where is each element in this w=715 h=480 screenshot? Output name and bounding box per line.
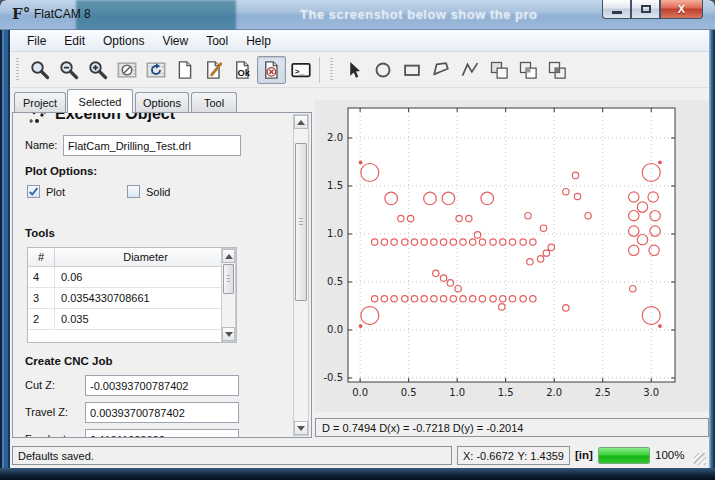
draw-polyline-button[interactable] — [455, 56, 484, 84]
shell-icon: >_ — [291, 60, 311, 80]
zoom-fit-button[interactable] — [25, 56, 54, 84]
svg-text:-0.5: -0.5 — [323, 372, 343, 383]
menu-tool[interactable]: Tool — [197, 32, 237, 50]
table-row[interactable]: 3 0.0354330708661 — [28, 288, 236, 309]
svg-text:0.0: 0.0 — [352, 387, 368, 398]
measurement-readout: D = 0.7494 D(x) = -0.7218 D(y) = -0.2014 — [315, 418, 709, 437]
minimize-icon — [612, 11, 622, 14]
feedrate-label: Feed rate: — [25, 433, 75, 438]
pointer-tool-button[interactable] — [339, 56, 368, 84]
panel-scrollbar-thumb[interactable] — [295, 143, 307, 301]
cutz-label: Cut Z: — [25, 379, 55, 391]
units-label: [in] — [575, 449, 593, 461]
scroll-down-icon[interactable] — [222, 327, 235, 341]
plot-figure[interactable]: 0.00.51.01.52.02.53.0-0.50.00.51.01.52.0 — [315, 100, 709, 412]
aero-glass-artifact — [76, 0, 236, 30]
title-bar[interactable]: The screenshot below show the pro F° Fla… — [0, 0, 715, 30]
circle-tool-icon — [373, 60, 393, 80]
menu-file[interactable]: File — [18, 32, 55, 50]
table-row[interactable]: 4 0.06 — [28, 267, 236, 288]
cnc-section-title: Create CNC Job — [25, 355, 113, 367]
zoom-fit-icon — [30, 60, 50, 80]
name-input[interactable] — [63, 135, 241, 156]
shell-button[interactable]: >_ — [286, 56, 315, 84]
table-header-row: # Diameter — [28, 248, 236, 267]
toolbar-separator — [319, 57, 320, 83]
scroll-down-icon[interactable] — [294, 421, 308, 435]
new-project-button[interactable] — [170, 56, 199, 84]
replot-icon — [146, 60, 166, 80]
plot-options-label: Plot Options: — [25, 165, 97, 177]
checkbox-solid[interactable] — [127, 185, 140, 198]
tab-options[interactable]: Options — [135, 92, 189, 112]
clear-plot-icon — [117, 60, 137, 80]
travelz-input[interactable] — [85, 402, 239, 423]
delete-object-icon — [262, 60, 282, 80]
menu-edit[interactable]: Edit — [55, 32, 94, 50]
edit-object-button[interactable] — [199, 56, 228, 84]
close-button[interactable]: X — [660, 0, 703, 19]
tab-selected[interactable]: Selected — [67, 89, 133, 113]
replot-button[interactable] — [141, 56, 170, 84]
maximize-icon — [641, 5, 651, 13]
svg-text:0.5: 0.5 — [327, 276, 343, 287]
table-scrollbar-thumb[interactable] — [223, 264, 234, 294]
polygon-tool-icon — [431, 60, 451, 80]
svg-text:Ok: Ok — [237, 67, 250, 77]
toolbar: Ok >_ — [10, 52, 709, 88]
tab-project[interactable]: Project — [14, 92, 66, 112]
toolbar-drag-handle[interactable] — [16, 58, 21, 82]
zoom-in-button[interactable] — [83, 56, 112, 84]
window-border-bottom — [0, 468, 715, 480]
tools-table: # Diameter 4 0.06 3 0.0354330708661 2 0.… — [27, 247, 237, 343]
selected-tab-panel: Excellon Object Name: Plot Options: Plot… — [12, 112, 312, 438]
draw-circle-button[interactable] — [368, 56, 397, 84]
toolbar-drag-handle-2[interactable] — [330, 58, 335, 82]
tab-tool[interactable]: Tool — [191, 92, 237, 112]
table-row[interactable]: 2 0.035 — [28, 309, 236, 330]
subtract-tool-button[interactable] — [513, 56, 542, 84]
svg-text:>_: >_ — [294, 66, 304, 75]
panel-title: Excellon Object — [55, 113, 175, 123]
status-message-box: Defaults saved. — [12, 446, 452, 465]
svg-text:1.5: 1.5 — [327, 180, 343, 191]
table-scrollbar[interactable] — [221, 248, 236, 342]
delete-object-button[interactable] — [257, 56, 286, 84]
intersect-icon — [547, 60, 567, 80]
panel-scrollbar[interactable] — [293, 114, 309, 436]
maximize-button[interactable] — [631, 0, 660, 19]
menu-view[interactable]: View — [153, 32, 197, 50]
resize-grip[interactable] — [694, 453, 706, 465]
col-header-diameter[interactable]: Diameter — [55, 248, 236, 266]
feedrate-input[interactable] — [85, 429, 239, 438]
subtract-icon — [518, 60, 538, 80]
ok-document-button[interactable]: Ok — [228, 56, 257, 84]
draw-rectangle-button[interactable] — [397, 56, 426, 84]
cursor-x: X: -0.6672 — [463, 450, 514, 462]
col-header-number[interactable]: # — [28, 248, 55, 266]
plot-canvas[interactable]: 0.00.51.01.52.02.53.0-0.50.00.51.01.52.0 — [315, 100, 709, 412]
progress-bar — [598, 447, 650, 464]
check-icon — [28, 186, 39, 197]
menu-bar: File Edit Options View Tool Help — [10, 30, 709, 52]
edit-file-icon — [204, 60, 224, 80]
svg-text:3.0: 3.0 — [643, 387, 659, 398]
intersect-tool-button[interactable] — [542, 56, 571, 84]
draw-polygon-button[interactable] — [426, 56, 455, 84]
progress-percent: 100% — [655, 449, 684, 461]
svg-text:1.0: 1.0 — [449, 387, 465, 398]
checkbox-plot[interactable] — [27, 185, 40, 198]
travelz-label: Travel Z: — [25, 406, 68, 418]
clear-plot-button[interactable] — [112, 56, 141, 84]
menu-options[interactable]: Options — [94, 32, 153, 50]
scroll-up-icon[interactable] — [222, 249, 235, 263]
zoom-out-button[interactable] — [54, 56, 83, 84]
cursor-coordinates-box: X: -0.6672 Y: 1.4359 — [457, 446, 570, 465]
minimize-button[interactable] — [602, 0, 631, 19]
ok-document-icon: Ok — [233, 60, 253, 80]
scroll-up-icon[interactable] — [294, 115, 308, 129]
menu-help[interactable]: Help — [237, 32, 280, 50]
union-tool-button[interactable] — [484, 56, 513, 84]
cutz-input[interactable] — [85, 375, 239, 396]
svg-text:2.0: 2.0 — [546, 387, 562, 398]
